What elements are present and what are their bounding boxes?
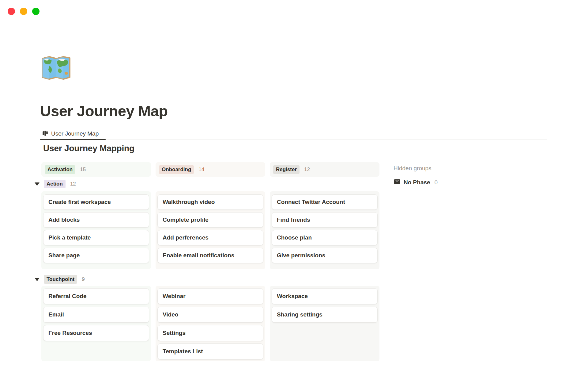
column-header-activation[interactable]: Activation 15	[41, 162, 151, 177]
board-card[interactable]: Webinar	[157, 288, 263, 304]
card-title: Share page	[48, 252, 80, 259]
board-view-icon	[42, 130, 48, 138]
card-title: Add perferences	[163, 234, 209, 241]
board-card[interactable]: Create first workspace	[43, 194, 149, 210]
card-title: Complete profile	[163, 217, 209, 223]
column-header-onboarding[interactable]: Onboarding 14	[156, 162, 265, 177]
board-view: Activation 15 Onboarding 14 Register 12 …	[41, 162, 571, 361]
board-card[interactable]: Find friends	[272, 212, 378, 228]
card-title: Free Resources	[48, 330, 92, 336]
board-cell-touchpoint-activation: Referral Code Email Free Resources	[41, 286, 151, 361]
card-title: Find friends	[277, 217, 310, 223]
card-title: Walkthrough video	[163, 199, 215, 205]
card-title: Enable email notifications	[163, 252, 234, 259]
close-button[interactable]	[8, 8, 15, 15]
board-card[interactable]: Choose plan	[272, 230, 378, 245]
board-card[interactable]: Complete profile	[157, 212, 263, 228]
board-cell-action-onboarding: Walkthrough video Complete profile Add p…	[156, 191, 265, 269]
window-controls	[8, 8, 40, 15]
card-title: Templates List	[163, 348, 203, 355]
row-group-header-touchpoint: Touchpoint 9	[35, 275, 85, 284]
board-card[interactable]: Pick a template	[43, 230, 149, 245]
board-card[interactable]: Sharing settings	[272, 307, 378, 323]
collapse-toggle-icon[interactable]	[35, 278, 40, 281]
board-card[interactable]: Settings	[157, 325, 263, 341]
column-badge-onboarding: Onboarding	[159, 165, 194, 174]
board-card[interactable]: Add blocks	[43, 212, 149, 228]
section-heading: User Journey Mapping	[43, 144, 134, 153]
board-card[interactable]: Give permissions	[272, 248, 378, 263]
hidden-groups-panel: Hidden groups No Phase 0	[394, 165, 438, 186]
zoom-button[interactable]	[32, 8, 40, 15]
card-title: Referral Code	[48, 293, 87, 300]
inbox-tray-icon	[394, 178, 401, 186]
column-count: 12	[304, 167, 310, 173]
card-title: Webinar	[163, 293, 186, 300]
board-card[interactable]: Email	[43, 307, 149, 323]
row-group-count: 12	[70, 181, 76, 187]
row-group-header-action: Action 12	[35, 180, 76, 188]
column-badge-activation: Activation	[45, 165, 75, 174]
card-title: Settings	[163, 330, 186, 336]
card-title: Email	[48, 311, 64, 318]
active-tab-underline	[40, 139, 106, 140]
board-card[interactable]: Video	[157, 307, 263, 323]
board-cell-action-register: Connect Twitter Account Find friends Cho…	[270, 191, 379, 269]
hidden-group-label: No Phase	[404, 179, 430, 186]
card-title: Choose plan	[277, 234, 312, 241]
board-card[interactable]: Add perferences	[157, 230, 263, 245]
hidden-groups-title[interactable]: Hidden groups	[394, 165, 438, 172]
board-card[interactable]: Share page	[43, 248, 149, 263]
column-count: 15	[80, 167, 86, 173]
card-title: Add blocks	[48, 217, 80, 223]
card-title: Connect Twitter Account	[277, 199, 345, 205]
board-cell-touchpoint-register: Workspace Sharing settings	[270, 286, 379, 361]
column-badge-register: Register	[273, 165, 300, 174]
collapse-toggle-icon[interactable]	[35, 182, 40, 186]
view-tabbar: User Journey Map	[40, 128, 547, 140]
board-card[interactable]: Workspace	[272, 288, 378, 304]
page-icon world-map-icon[interactable]	[40, 53, 72, 82]
hidden-group-no-phase[interactable]: No Phase 0	[394, 178, 438, 186]
board-card[interactable]: Templates List	[157, 343, 263, 359]
page-title[interactable]: User Journey Map	[40, 102, 168, 120]
row-group-badge-action[interactable]: Action	[44, 180, 66, 188]
board-card[interactable]: Enable email notifications	[157, 248, 263, 263]
column-count: 14	[198, 167, 204, 173]
row-group-count: 9	[82, 276, 85, 282]
card-title: Workspace	[277, 293, 308, 300]
board-cell-touchpoint-onboarding: Webinar Video Settings Templates List	[156, 286, 265, 361]
card-title: Create first workspace	[48, 199, 111, 205]
column-header-register[interactable]: Register 12	[270, 162, 379, 177]
minimize-button[interactable]	[20, 8, 27, 15]
row-group-badge-touchpoint[interactable]: Touchpoint	[44, 275, 77, 284]
tab-user-journey-map[interactable]: User Journey Map	[40, 128, 99, 139]
board-cell-action-activation: Create first workspace Add blocks Pick a…	[41, 191, 151, 269]
card-title: Pick a template	[48, 234, 91, 241]
card-title: Give permissions	[277, 252, 325, 259]
card-title: Sharing settings	[277, 311, 322, 318]
board-card[interactable]: Referral Code	[43, 288, 149, 304]
hidden-group-count: 0	[435, 179, 438, 186]
board-card[interactable]: Walkthrough video	[157, 194, 263, 210]
tab-label: User Journey Map	[51, 130, 99, 137]
board-card[interactable]: Connect Twitter Account	[272, 194, 378, 210]
board-card[interactable]: Free Resources	[43, 325, 149, 341]
card-title: Video	[163, 311, 178, 318]
